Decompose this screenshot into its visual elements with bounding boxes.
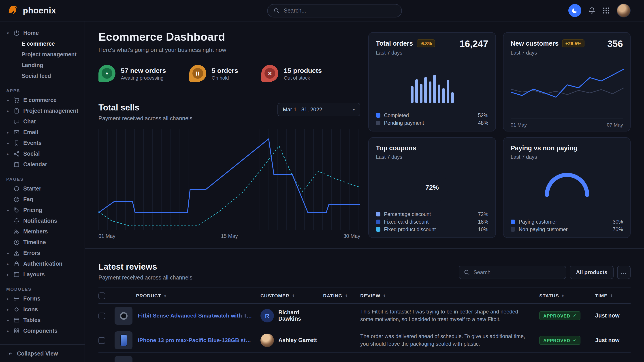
sidebar-item-label: Forms bbox=[23, 296, 40, 302]
sidebar-item-home[interactable]: ▾ Home bbox=[0, 28, 84, 38]
collapsed-view-toggle[interactable]: Collapsed View bbox=[0, 344, 84, 362]
customer-avatar: R bbox=[260, 309, 274, 323]
column-header-status[interactable]: STATUS▲▼ bbox=[539, 293, 595, 298]
sidebar-item-starter[interactable]: Starter bbox=[0, 183, 84, 194]
kpi-cards: Total orders -6.8% Last 7 days 16,247 Co… bbox=[368, 32, 630, 238]
sidebar-item-pricing[interactable]: ▸Pricing bbox=[0, 205, 84, 216]
row-checkbox[interactable] bbox=[98, 312, 105, 319]
dashboard-left-column: Ecommerce Dashboard Here's what's going … bbox=[98, 30, 360, 239]
dark-mode-toggle[interactable] bbox=[568, 4, 581, 17]
phoenix-logo-icon bbox=[7, 5, 19, 16]
brand[interactable]: phoenix bbox=[7, 5, 56, 16]
new-customers-line-chart bbox=[511, 66, 624, 108]
brand-name: phoenix bbox=[23, 5, 56, 15]
section-divider bbox=[98, 92, 360, 92]
chevron-right-icon: ▸ bbox=[6, 273, 10, 277]
layout-icon bbox=[14, 272, 20, 278]
apps-grid-button[interactable] bbox=[602, 7, 610, 14]
chevron-right-icon: ▸ bbox=[6, 262, 10, 266]
pause-icon bbox=[189, 65, 206, 82]
table-row-partial bbox=[98, 353, 630, 362]
bookmark-icon bbox=[14, 140, 20, 146]
chevron-right-icon: ▸ bbox=[6, 251, 10, 255]
reviews-search[interactable] bbox=[459, 266, 566, 279]
search-icon bbox=[274, 7, 280, 14]
sidebar-item-social[interactable]: ▸Social bbox=[0, 148, 84, 159]
column-header-review[interactable]: REVIEW▲▼ bbox=[360, 293, 539, 298]
card-title: Paying vs non paying bbox=[511, 144, 577, 152]
sidebar-item-components[interactable]: ▸Components bbox=[0, 326, 84, 336]
sidebar-item-social-feed[interactable]: Social feed bbox=[0, 71, 84, 81]
card-title: Total orders bbox=[376, 40, 413, 47]
sidebar-item-label: Components bbox=[23, 328, 58, 334]
sort-icon: ▲▼ bbox=[292, 294, 295, 298]
users-icon bbox=[14, 229, 20, 235]
legend-item: Completed52% bbox=[376, 111, 488, 119]
top-coupons-card: Top coupons Last 7 days 72% Percentage d… bbox=[368, 137, 496, 238]
sidebar-item-email[interactable]: ▸Email bbox=[0, 127, 84, 138]
envelope-icon bbox=[14, 129, 20, 135]
user-avatar[interactable] bbox=[617, 3, 630, 17]
total-sells-x-axis: 01 May 15 May 30 May bbox=[98, 233, 360, 239]
sidebar-item-project-management-app[interactable]: ▸Project management bbox=[0, 105, 84, 116]
product-image bbox=[114, 307, 132, 325]
legend-item: Percentage discount72% bbox=[376, 210, 488, 218]
global-search-input[interactable] bbox=[284, 7, 396, 14]
all-products-button[interactable]: All products bbox=[570, 266, 614, 279]
lock-icon bbox=[14, 261, 20, 267]
sidebar-item-layouts[interactable]: ▸Layouts bbox=[0, 269, 84, 280]
sidebar-item-members[interactable]: Members bbox=[0, 226, 84, 237]
customer-name: Ashley Garrett bbox=[278, 337, 317, 344]
stat-out-of-stock: × 15 products Out of stock bbox=[261, 65, 322, 82]
column-header-product[interactable]: PRODUCT▲▼ bbox=[114, 293, 260, 298]
card-title: New customers bbox=[511, 40, 558, 47]
global-search[interactable] bbox=[267, 4, 402, 17]
sidebar: ▾ Home E commerce Project management Lan… bbox=[0, 21, 85, 362]
sidebar-item-errors[interactable]: ▸Errors bbox=[0, 248, 84, 259]
sidebar-group-pages: PAGES bbox=[0, 174, 84, 183]
gauge-value-arc bbox=[547, 175, 587, 195]
row-checkbox[interactable] bbox=[98, 337, 105, 344]
paying-gauge-chart bbox=[542, 169, 592, 197]
previous-line bbox=[511, 88, 624, 95]
sidebar-item-icons[interactable]: ▸Icons bbox=[0, 304, 84, 315]
sidebar-item-notifications[interactable]: Notifications bbox=[0, 216, 84, 226]
sidebar-item-landing[interactable]: Landing bbox=[0, 60, 84, 71]
sidebar-item-events[interactable]: ▸Events bbox=[0, 138, 84, 148]
check-icon: ✓ bbox=[573, 338, 576, 343]
more-options-button[interactable]: ... bbox=[617, 266, 630, 279]
review-time: Just now bbox=[595, 313, 630, 319]
review-text: This Fitbit is fantastic! I was trying t… bbox=[360, 308, 539, 323]
sidebar-item-faq[interactable]: Faq bbox=[0, 194, 84, 205]
total-sells-subtitle: Payment received across all channels bbox=[98, 115, 192, 122]
notifications-button[interactable] bbox=[588, 7, 596, 14]
select-all-checkbox[interactable] bbox=[98, 292, 105, 299]
chevron-right-icon: ▸ bbox=[6, 109, 10, 113]
sidebar-item-label: Faq bbox=[23, 196, 33, 203]
product-image bbox=[114, 331, 132, 349]
reviews-search-input[interactable] bbox=[474, 269, 561, 276]
grid-icon bbox=[602, 7, 610, 14]
sidebar-item-authentication[interactable]: ▸Authentication bbox=[0, 259, 84, 269]
sidebar-item-project-management-dashboard[interactable]: Project management bbox=[0, 49, 84, 60]
product-image bbox=[114, 356, 132, 362]
sort-icon: ▲▼ bbox=[345, 294, 348, 298]
sidebar-item-label: Members bbox=[23, 229, 48, 235]
review-time: Just now bbox=[595, 337, 630, 344]
column-header-rating[interactable]: RATING▲▼ bbox=[323, 293, 360, 298]
sidebar-item-forms[interactable]: ▸Forms bbox=[0, 293, 84, 304]
date-range-select[interactable]: Mar 1 - 31, 2022 ▾ bbox=[278, 103, 360, 116]
legend-item: Pending payment48% bbox=[376, 119, 488, 127]
stat-new-orders: ★ 57 new orders Awating processing bbox=[98, 65, 166, 82]
sidebar-item-ecommerce-app[interactable]: ▸E commerce bbox=[0, 95, 84, 105]
sidebar-item-timeline[interactable]: Timeline bbox=[0, 237, 84, 248]
sidebar-item-calendar[interactable]: Calendar bbox=[0, 159, 84, 170]
product-link[interactable]: Fitbit Sense Advanced Smartwatch with To… bbox=[138, 313, 260, 319]
sidebar-item-chat[interactable]: Chat bbox=[0, 116, 84, 127]
product-link[interactable]: iPhone 13 pro max-Pacific Blue-128GB sto… bbox=[138, 337, 260, 344]
column-header-customer[interactable]: CUSTOMER▲▼ bbox=[260, 293, 323, 298]
sidebar-item-tables[interactable]: ▸Tables bbox=[0, 315, 84, 326]
sidebar-item-e-commerce-dashboard[interactable]: E commerce bbox=[0, 38, 84, 49]
sidebar-group-modules: MODULES bbox=[0, 284, 84, 293]
column-header-time[interactable]: TIME▲▼ bbox=[595, 293, 630, 298]
